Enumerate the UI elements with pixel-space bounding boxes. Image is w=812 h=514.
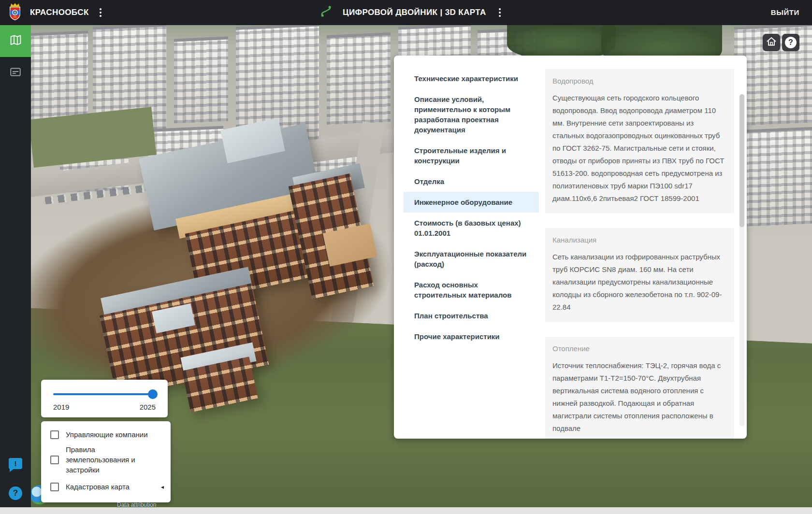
- map-trees: [507, 25, 616, 60]
- characteristics-menu: Технические характеристики Описание усло…: [394, 56, 539, 439]
- menu-item-construction-products[interactable]: Строительные изделия и конструкции: [404, 140, 539, 171]
- menu-item-conditions[interactable]: Описание условий, применительно к которы…: [404, 89, 539, 140]
- app-root: КРАСНООБСК ЦИФРОВОЙ ДВОЙНИК | 3D КАРТА В…: [0, 0, 812, 514]
- sidebar-registry-button[interactable]: [0, 57, 31, 89]
- slider-track[interactable]: [53, 393, 156, 395]
- timeline-card: 2019 2025: [41, 380, 168, 417]
- map-icon: [9, 34, 22, 49]
- layer-row: Правила землепользования и застройки: [50, 444, 165, 475]
- layer-label: Правила землепользования и застройки: [66, 444, 160, 475]
- map-building: [740, 127, 812, 227]
- feedback-button[interactable]: !: [0, 447, 31, 479]
- question-icon: ?: [785, 37, 797, 48]
- section-text: Сеть канализации из гофрированных растру…: [552, 251, 727, 314]
- checkbox-managing-companies[interactable]: [50, 430, 59, 439]
- layer-row: Кадастровая карта ◂: [50, 482, 165, 492]
- title-menu-kebab-icon[interactable]: [496, 5, 504, 20]
- panel-scrollbar[interactable]: [740, 94, 744, 426]
- map-building: [327, 32, 391, 125]
- map-building: [174, 37, 228, 124]
- list-card-icon: [9, 66, 22, 80]
- object-info-panel: Технические характеристики Описание усло…: [394, 56, 747, 439]
- slider-thumb[interactable]: [148, 389, 158, 399]
- section-card-sewerage: Канализация Сеть канализации из гофриров…: [545, 228, 734, 322]
- route-logo-icon: [319, 5, 333, 20]
- menu-item-construction-plan[interactable]: План строительства: [404, 305, 539, 326]
- navigation-help-button[interactable]: ?: [782, 34, 799, 51]
- section-content: Водопровод Существующая сеть городского …: [539, 56, 747, 439]
- section-card-heating: Отопление Источник теплоснабжения: ТЭЦ-2…: [545, 337, 734, 439]
- home-icon: [766, 36, 777, 49]
- checkbox-cadastral-map[interactable]: [50, 483, 59, 491]
- menu-item-operational[interactable]: Эксплуатационные показатели (расход): [404, 243, 539, 274]
- panel-scrollbar-thumb[interactable]: [740, 94, 744, 227]
- chat-exclamation-icon: !: [9, 458, 22, 469]
- menu-item-cost[interactable]: Стоимость (в базовых ценах) 01.01.2001: [404, 213, 539, 243]
- menu-item-materials[interactable]: Расход основных строительных материалов: [404, 274, 539, 305]
- home-view-button[interactable]: [763, 34, 780, 51]
- sidebar-map-button[interactable]: [0, 25, 31, 57]
- top-bar: КРАСНООБСК ЦИФРОВОЙ ДВОЙНИК | 3D КАРТА В…: [0, 0, 812, 25]
- menu-item-other[interactable]: Прочие характеристики: [404, 326, 539, 347]
- page-title: ЦИФРОВОЙ ДВОЙНИК | 3D КАРТА: [343, 8, 486, 17]
- layer-label: Управляющие компании: [66, 429, 160, 440]
- city-emblem-logo: [8, 2, 22, 23]
- year-slider[interactable]: [53, 389, 156, 399]
- section-card-water: Водопровод Существующая сеть городского …: [545, 69, 734, 214]
- layers-card: Управляющие компании Правила землепользо…: [41, 421, 171, 502]
- slider-max-label: 2025: [140, 403, 156, 411]
- layer-row: Управляющие компании: [50, 429, 165, 440]
- section-title: Водопровод: [552, 77, 727, 85]
- map-3d-view[interactable]: ? 2019 2025 Управляющие компании Правила…: [31, 25, 812, 507]
- question-icon: ?: [9, 486, 22, 500]
- menu-item-engineering-equipment[interactable]: Инженерное оборудование: [404, 192, 539, 213]
- section-text: Существующая сеть городского кольцевого …: [552, 92, 727, 205]
- section-title: Канализация: [552, 236, 727, 244]
- logout-button[interactable]: ВЫЙТИ: [771, 8, 799, 16]
- checkbox-land-use-rules[interactable]: [50, 456, 59, 464]
- slider-min-label: 2019: [53, 403, 69, 411]
- menu-item-finishing[interactable]: Отделка: [404, 171, 539, 192]
- brand-menu-kebab-icon[interactable]: [97, 5, 104, 20]
- menu-item-technical[interactable]: Технические характеристики: [404, 68, 539, 89]
- section-title: Отопление: [552, 344, 727, 353]
- layer-label: Кадастровая карта: [66, 482, 130, 492]
- brand-title: КРАСНООБСК: [30, 8, 89, 17]
- section-text: Источник теплоснабжения: ТЭЦ-2, горячая …: [552, 359, 727, 435]
- chevron-left-icon[interactable]: ◂: [161, 484, 165, 490]
- help-button[interactable]: ?: [0, 479, 31, 507]
- left-sidebar: ! ?: [0, 25, 31, 507]
